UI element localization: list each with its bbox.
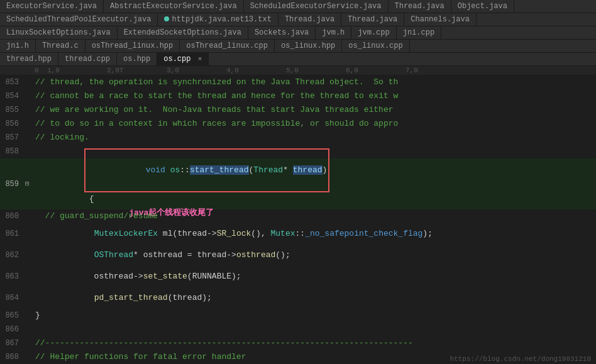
tab-executorservice[interactable]: ExecutorService.java (0, 0, 104, 13)
editor-body: ExecutorService.java AbstractExecutorSer… (0, 0, 596, 364)
line-number-863: 863 (0, 270, 25, 284)
tab-row-5: thread.hpp thread.cpp os.hpp os.cpp × (0, 53, 596, 66)
line-number-856: 856 (0, 117, 25, 131)
ruler-mark-0: 0 (35, 67, 47, 74)
ruler-mark-7: 7,0 (406, 67, 465, 74)
code-line-856: 856 // to do so in a context in which ra… (0, 117, 596, 131)
line-number-859: 859 (0, 177, 25, 191)
line-number-861: 861 (0, 227, 25, 241)
tab-threadc[interactable]: Thread.c (36, 40, 86, 52)
line-number-860: 860 (0, 209, 25, 223)
ruler-mark-6: 6,0 (346, 67, 406, 74)
tab-thread-2[interactable]: Thread.java (279, 13, 341, 26)
line-content-855: // we are working on it. Non-Java thread… (33, 103, 394, 117)
tab-os-hpp[interactable]: os.hpp (117, 53, 157, 65)
ruler-mark-5: 5,0 (286, 67, 346, 74)
line-number-854: 854 (0, 89, 25, 103)
code-line-854: 854 // cannot be a race to start the thr… (0, 89, 596, 103)
code-line-853: 853 // thread, the operation is synchron… (0, 75, 596, 89)
tab-jvmh[interactable]: jvm.h (316, 26, 351, 39)
line-number-866: 866 (0, 323, 25, 336)
line-number-857: 857 (0, 131, 25, 145)
code-line-855: 855 // we are working on it. Non-Java th… (0, 103, 596, 117)
tab-row-3: LinuxSocketOptions.java ExtendedSocketOp… (0, 26, 596, 40)
code-line-864: 864 pd_start_thread(thread); (0, 287, 596, 309)
line-number-865: 865 (0, 309, 25, 323)
tab-thread-3[interactable]: Thread.java (341, 13, 404, 26)
tab-channels[interactable]: Channels.java (404, 13, 477, 26)
line-number-868: 868 (0, 350, 25, 364)
line-number-867: 867 (0, 336, 25, 350)
tab-scheduledexecutorservice[interactable]: ScheduledExecutorService.java (244, 0, 389, 13)
ruler-mark-4: 4,0 (226, 67, 286, 74)
ruler-mark-2: 2,0T (107, 67, 167, 74)
tab-thread-hpp[interactable]: thread.hpp (0, 53, 58, 65)
tab-extendedsocketoptions[interactable]: ExtendedSocketOptions.java (118, 26, 248, 39)
code-editor[interactable]: 853 // thread, the operation is synchron… (0, 75, 596, 364)
tab-object[interactable]: Object.java (451, 0, 514, 13)
line-number-858: 858 (0, 145, 25, 158)
tab-jnicpp[interactable]: jni.cpp (397, 26, 441, 39)
tab-row-2: ScheduledThreadPoolExecutor.java httpjdk… (0, 13, 596, 26)
line-content-868: // Helper functions for fatal error hand… (33, 350, 246, 364)
tab-osthread-linux-hpp[interactable]: osThread_linux.hpp (86, 40, 180, 52)
tab-os-cpp[interactable]: os.cpp × (157, 53, 209, 65)
close-icon[interactable]: × (198, 55, 202, 63)
line-content-854: // cannot be a race to start the thread … (33, 89, 398, 103)
line-number-853: 853 (0, 75, 25, 89)
tab-row-1: ExecutorService.java AbstractExecutorSer… (0, 0, 596, 13)
modified-dot (164, 16, 169, 21)
line-number-855: 855 (0, 103, 25, 117)
tab-thread-1[interactable]: Thread.java (389, 0, 451, 13)
code-line-859: 859 ⊟ void os::start_thread(Thread* thre… (0, 158, 596, 209)
line-number-864: 864 (0, 291, 25, 305)
code-lines: 853 // thread, the operation is synchron… (0, 75, 596, 364)
tab-jvmcpp[interactable]: jvm.cpp (351, 26, 396, 39)
tab-sockets[interactable]: Sockets.java (248, 26, 316, 39)
tab-rows: ExecutorService.java AbstractExecutorSer… (0, 0, 596, 66)
tab-abstractexecutorservice[interactable]: AbstractExecutorService.java (104, 0, 244, 13)
ruler-mark-1: 1,0 (47, 67, 107, 74)
code-line-866: 866 (0, 323, 596, 336)
line-content-853: // thread, the operation is synchronized… (33, 75, 398, 89)
red-box-highlight: void os::start_thread(Thread* thread) (84, 148, 329, 192)
tab-os-linux-cpp[interactable]: os_linux.cpp (342, 40, 409, 52)
tab-scheduledthreadpoolexecutor[interactable]: ScheduledThreadPoolExecutor.java (0, 13, 158, 26)
tab-thread-cpp[interactable]: thread.cpp (58, 53, 117, 65)
tab-osthread-linux-cpp[interactable]: osThread_linux.cpp (180, 40, 275, 52)
watermark: https://blog.csdn.net/dong19831210 (450, 355, 591, 363)
ruler-mark-3: 3,0 (167, 67, 226, 74)
code-line-865: 865 } (0, 309, 596, 323)
tab-row-4: jni.h Thread.c osThread_linux.hpp osThre… (0, 40, 596, 53)
ruler: 0 1,0 2,0T 3,0 4,0 5,0 6,0 7,0 (0, 66, 596, 75)
line-number-862: 862 (0, 248, 25, 262)
tab-linuxsocketoptions[interactable]: LinuxSocketOptions.java (0, 26, 118, 39)
line-content-865: } (33, 309, 40, 323)
tab-os-linux-hpp[interactable]: os_linux.hpp (275, 40, 342, 52)
line-content-856: // to do so in a context in which races … (33, 117, 398, 131)
code-line-867: 867 //----------------------------------… (0, 336, 596, 350)
tab-httpjdk[interactable]: httpjdk.java.net13.txt (158, 13, 278, 26)
tab-jnih[interactable]: jni.h (0, 40, 36, 52)
line-content-867: //--------------------------------------… (33, 336, 413, 350)
